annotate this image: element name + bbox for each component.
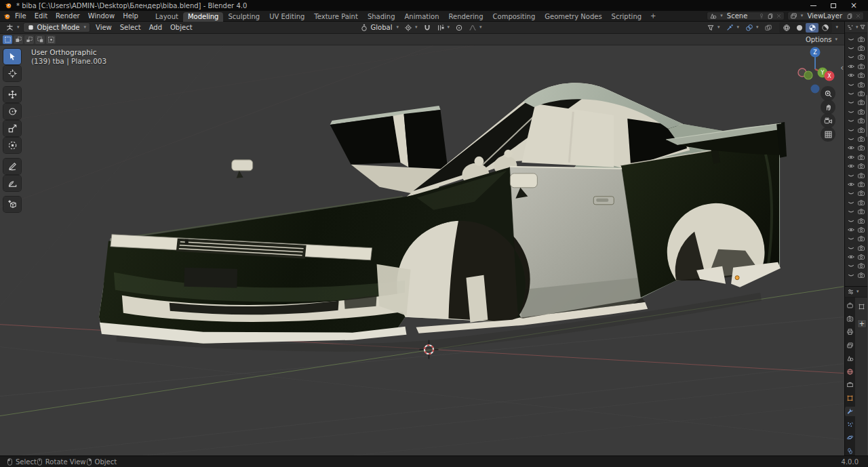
- add-modifier-button[interactable]: +: [857, 319, 867, 328]
- properties-editor-icon[interactable]: [847, 288, 854, 296]
- workspace-tab[interactable]: Sculpting: [223, 12, 264, 22]
- eye-closed-icon[interactable]: [847, 217, 855, 225]
- editor-type-button[interactable]: ▾: [3, 22, 22, 33]
- tool-button[interactable]: [3, 87, 21, 102]
- perspective-toggle-button[interactable]: [821, 127, 835, 142]
- eye-closed-icon[interactable]: [847, 81, 855, 89]
- workspace-tab[interactable]: Rendering: [443, 12, 488, 22]
- select-mode-subtract-button[interactable]: [24, 35, 34, 44]
- camera-view-button[interactable]: [821, 113, 835, 128]
- shading-rendered-button[interactable]: [818, 23, 831, 33]
- remove-view-layer-icon[interactable]: [855, 13, 861, 19]
- viewport-menu-item[interactable]: Select: [116, 24, 145, 31]
- outliner-row[interactable]: [845, 216, 867, 225]
- outliner-row[interactable]: [845, 98, 867, 107]
- blender-menu-icon[interactable]: [3, 12, 11, 20]
- pan-button[interactable]: [821, 100, 835, 115]
- workspace-tab[interactable]: Scripting: [607, 12, 646, 22]
- workspace-tab[interactable]: Layout: [151, 12, 183, 22]
- outliner-row[interactable]: [845, 125, 867, 134]
- eye-open-icon[interactable]: [847, 226, 855, 234]
- new-view-layer-icon[interactable]: [846, 13, 853, 20]
- eye-open-icon[interactable]: [847, 180, 855, 188]
- outliner-row[interactable]: [845, 161, 867, 170]
- shading-solid-button[interactable]: [793, 23, 806, 33]
- menu-item[interactable]: Edit: [31, 11, 52, 22]
- camera-render-toggle-icon[interactable]: [857, 35, 865, 43]
- camera-render-toggle-icon[interactable]: [857, 135, 865, 143]
- properties-tab[interactable]: [845, 354, 855, 363]
- snap-toggle[interactable]: [421, 22, 433, 33]
- workspace-tab[interactable]: Texture Paint: [309, 12, 363, 22]
- properties-tab[interactable]: [845, 301, 855, 310]
- camera-render-toggle-icon[interactable]: [857, 217, 865, 225]
- select-mode-invert-button[interactable]: [35, 35, 45, 44]
- select-mode-new-button[interactable]: [3, 35, 12, 44]
- camera-render-toggle-icon[interactable]: [857, 226, 865, 234]
- viewport-menu-item[interactable]: Object: [166, 24, 197, 31]
- tool-button[interactable]: [3, 49, 21, 64]
- eye-open-icon[interactable]: [847, 71, 855, 79]
- view-layer-selector[interactable]: ▾ ViewLayer: [787, 12, 864, 20]
- workspace-tab[interactable]: Geometry Nodes: [540, 12, 606, 22]
- shading-dropdown-chevron-icon[interactable]: ▾: [835, 25, 838, 30]
- unlink-scene-icon[interactable]: [776, 13, 782, 19]
- properties-tab[interactable]: [845, 327, 855, 337]
- snap-settings-dropdown[interactable]: ▾: [435, 22, 452, 33]
- outliner-row[interactable]: [845, 207, 867, 216]
- outliner-row[interactable]: [845, 35, 867, 43]
- eye-open-icon[interactable]: [847, 253, 855, 261]
- eye-closed-icon[interactable]: [847, 262, 855, 270]
- camera-render-toggle-icon[interactable]: [857, 44, 865, 52]
- camera-render-toggle-icon[interactable]: [857, 117, 865, 125]
- outliner-row[interactable]: [845, 225, 867, 234]
- maximize-button[interactable]: [823, 0, 844, 11]
- add-workspace-button[interactable]: +: [646, 12, 660, 20]
- car-model[interactable]: [99, 83, 787, 352]
- camera-render-toggle-icon[interactable]: [857, 207, 865, 216]
- visibility-filter-dropdown[interactable]: ▾: [705, 22, 722, 33]
- properties-tab[interactable]: [845, 367, 855, 376]
- mode-dropdown[interactable]: Object Mode ▾: [23, 22, 91, 33]
- workspace-tab[interactable]: Animation: [400, 12, 444, 22]
- menu-item[interactable]: Help: [119, 11, 142, 22]
- camera-render-toggle-icon[interactable]: [857, 98, 865, 106]
- eye-closed-icon[interactable]: [847, 44, 855, 52]
- tool-button[interactable]: [3, 138, 21, 153]
- outliner-row[interactable]: [845, 117, 867, 125]
- properties-tab[interactable]: [845, 433, 855, 443]
- viewport-menu-item[interactable]: View: [92, 24, 116, 31]
- properties-tab[interactable]: [845, 340, 855, 350]
- workspace-tab[interactable]: Shading: [363, 12, 400, 22]
- camera-render-toggle-icon[interactable]: [857, 162, 865, 170]
- eye-open-icon[interactable]: [847, 153, 855, 161]
- camera-render-toggle-icon[interactable]: [857, 81, 865, 89]
- workspace-tab[interactable]: UV Editing: [264, 12, 309, 22]
- eye-closed-icon[interactable]: [847, 189, 855, 197]
- outliner-row[interactable]: [845, 252, 867, 261]
- outliner-row[interactable]: [845, 153, 867, 161]
- eye-closed-icon[interactable]: [847, 199, 855, 207]
- eye-closed-icon[interactable]: [847, 235, 855, 243]
- eye-open-icon[interactable]: [847, 144, 855, 152]
- eye-closed-icon[interactable]: [847, 35, 855, 43]
- camera-render-toggle-icon[interactable]: [857, 126, 865, 134]
- camera-render-toggle-icon[interactable]: [857, 235, 865, 243]
- viewport-menu-item[interactable]: Add: [145, 24, 166, 31]
- menu-item[interactable]: Render: [52, 11, 84, 22]
- outliner-row[interactable]: [845, 107, 867, 116]
- tool-button[interactable]: [3, 121, 21, 136]
- outliner-row[interactable]: [845, 134, 867, 143]
- properties-tab[interactable]: [845, 446, 855, 455]
- options-dropdown[interactable]: Options ▾: [802, 36, 842, 43]
- eye-closed-icon[interactable]: [847, 135, 855, 143]
- select-mode-intersect-button[interactable]: [46, 35, 56, 44]
- outliner-editor-icon[interactable]: [846, 24, 854, 31]
- outliner-row[interactable]: [845, 262, 867, 270]
- outliner-scrollbar[interactable]: [866, 95, 867, 137]
- outliner-row[interactable]: [845, 235, 867, 243]
- tool-button[interactable]: [3, 159, 21, 174]
- eye-closed-icon[interactable]: [847, 108, 855, 116]
- camera-render-toggle-icon[interactable]: [857, 153, 865, 161]
- outliner-row[interactable]: [845, 53, 867, 62]
